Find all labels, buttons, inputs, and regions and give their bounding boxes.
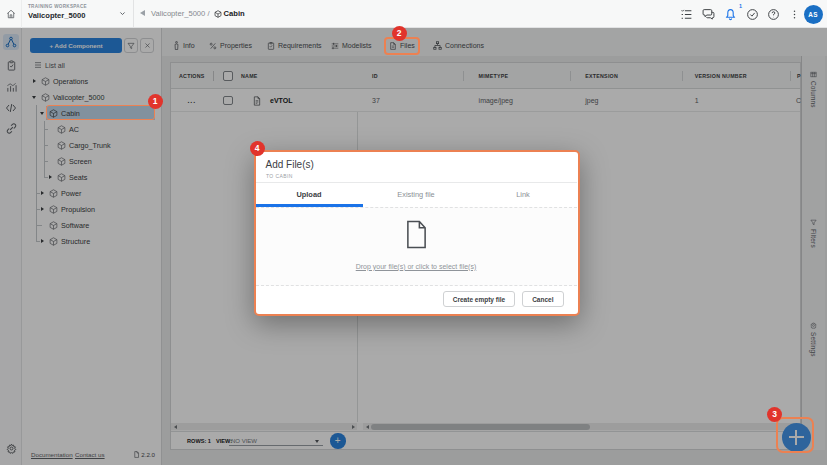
dropzone-text[interactable]: Drop your file(s) or click to select fil… (256, 263, 577, 270)
dialog-tabs: Upload Existing file Link (256, 183, 577, 207)
app-window: TRAINING WORKSPACE Valicopter_5000 Valic… (0, 0, 827, 465)
tab-existing-file[interactable]: Existing file (363, 183, 470, 207)
verified-icon[interactable] (746, 8, 759, 21)
annotation-step-2: 2 (392, 26, 407, 41)
workspace-label: TRAINING WORKSPACE (28, 4, 133, 9)
avatar[interactable]: AS (804, 5, 823, 24)
tab-link[interactable]: Link (470, 183, 577, 207)
create-empty-file-button[interactable]: Create empty file (443, 291, 515, 307)
workspace-selector[interactable]: TRAINING WORKSPACE Valicopter_5000 (22, 0, 134, 28)
annotation-step-1: 1 (148, 94, 163, 109)
dialog-subtitle: TO CABIN (266, 173, 293, 179)
breadcrumb-current: Cabin (224, 9, 245, 18)
dialog-header: Add File(s) TO CABIN (256, 152, 577, 183)
dialog-title: Add File(s) (266, 159, 314, 170)
tab-upload[interactable]: Upload (256, 183, 363, 207)
tasklist-icon[interactable] (680, 8, 693, 21)
annotation-step-3: 3 (767, 407, 782, 422)
breadcrumb-parent[interactable]: Valicopter_5000 / (151, 9, 210, 18)
home-icon (6, 9, 16, 19)
file-upload-icon (405, 220, 428, 249)
cancel-button[interactable]: Cancel (522, 291, 563, 307)
notification-badge: 1 (739, 3, 742, 9)
help-icon[interactable] (767, 8, 780, 21)
kebab-icon[interactable] (789, 8, 800, 21)
breadcrumb: Valicopter_5000 / Cabin (151, 9, 245, 18)
annotation-step-4: 4 (250, 141, 265, 156)
chat-icon[interactable] (702, 8, 715, 21)
workspace-name: Valicopter_5000 (28, 11, 133, 20)
topbar: TRAINING WORKSPACE Valicopter_5000 Valic… (0, 0, 827, 28)
collapse-sidebar-icon[interactable] (140, 10, 145, 16)
dropzone[interactable]: Drop your file(s) or click to select fil… (256, 207, 577, 286)
dialog-footer: Create empty file Cancel (256, 286, 577, 314)
home-nav[interactable] (0, 0, 22, 28)
bell-icon[interactable] (724, 8, 737, 21)
add-files-dialog: Add File(s) TO CABIN Upload Existing fil… (254, 150, 580, 317)
component-cube-icon (214, 10, 222, 18)
chevron-down-icon (119, 10, 126, 17)
